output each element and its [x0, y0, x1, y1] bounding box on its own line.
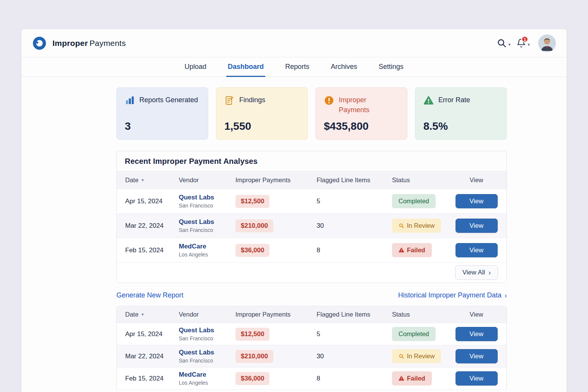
tab-settings[interactable]: Settings — [377, 57, 405, 77]
cell-status: In Review — [392, 349, 455, 363]
cell-vendor: MedCare Los Angeles — [179, 371, 235, 386]
stat-value: 1,550 — [224, 120, 299, 132]
column-header-status: Status — [392, 311, 455, 318]
recent-analyses-panel: Recent Improper Payment Analyses Date ▾ … — [116, 151, 507, 283]
app-header: ImproperPayments ▾ 1 ▾ — [21, 29, 567, 57]
cell-amount: $210,000 — [235, 350, 317, 363]
warning-triangle-icon — [399, 247, 404, 253]
status-badge: Failed — [392, 243, 432, 257]
view-button[interactable]: View — [456, 243, 498, 257]
cell-amount: $12,500 — [235, 328, 317, 341]
chevron-down-icon: ▾ — [508, 42, 511, 47]
column-header-date[interactable]: Date ▾ — [125, 176, 179, 184]
tab-upload[interactable]: Upload — [183, 57, 208, 77]
stat-title: Findings — [239, 95, 265, 105]
warning-triangle-icon — [423, 95, 434, 106]
tab-reports[interactable]: Reports — [284, 57, 311, 77]
status-badge: Failed — [392, 371, 432, 385]
generate-report-link[interactable]: Generate New Report — [116, 291, 183, 299]
table-row: Mar 22, 2024 Quest Labs San Francisco $2… — [117, 345, 506, 368]
cell-status: Failed — [392, 371, 455, 385]
magnifier-icon — [399, 223, 404, 229]
cell-status: Completed — [392, 327, 455, 341]
column-header-flagged: Flagged Line Items — [317, 311, 392, 318]
clipboard-icon — [224, 95, 235, 106]
stat-title: Improper Payments — [339, 95, 399, 115]
app-window: ImproperPayments ▾ 1 ▾ — [21, 29, 567, 392]
bar-chart-icon — [125, 95, 135, 105]
view-button[interactable]: View — [456, 371, 498, 385]
column-header-date[interactable]: Date ▾ — [125, 311, 179, 318]
dashboard-content: Reports Generated 3 Findings 1,550 — [116, 77, 507, 390]
sort-desc-icon: ▾ — [142, 178, 144, 183]
search-icon — [497, 38, 507, 48]
stat-card-findings: Findings 1,550 — [216, 87, 308, 140]
warning-triangle-icon — [399, 376, 404, 381]
column-header-view: View — [455, 176, 498, 184]
table-row: Mar 22, 2024 Quest Labs San Francisco $2… — [117, 214, 506, 238]
stat-card-reports-generated: Reports Generated 3 — [116, 87, 208, 140]
stat-title: Reports Generated — [139, 95, 198, 105]
column-header-vendor: Vendor — [179, 311, 235, 318]
column-header-flagged: Flagged Line Items — [317, 176, 392, 184]
view-button[interactable]: View — [456, 194, 498, 208]
view-button[interactable]: View — [456, 327, 498, 341]
column-header-amount: Improper Payments — [235, 176, 317, 184]
cell-flagged: 8 — [317, 375, 392, 382]
historical-data-link[interactable]: Historical Improper Payment Data › — [398, 291, 507, 299]
action-links: Generate New Report Historical Improper … — [116, 291, 507, 299]
status-badge: In Review — [392, 349, 441, 363]
stat-card-improper-payments: Improper Payments $435,800 — [315, 87, 407, 140]
cell-flagged: 5 — [317, 330, 392, 338]
stat-title: Error Rate — [438, 95, 470, 105]
table-row: Apr 15, 2024 Quest Labs San Francisco $1… — [117, 323, 506, 345]
table-footer: View All › — [117, 263, 506, 283]
table-header: Date ▾ Vendor Improper Payments Flagged … — [117, 171, 506, 189]
cell-amount: $210,000 — [235, 219, 317, 232]
user-avatar[interactable] — [538, 34, 556, 52]
cell-date: Mar 22, 2024 — [125, 222, 179, 230]
search-button[interactable]: ▾ — [495, 36, 512, 50]
view-button[interactable]: View — [456, 349, 498, 363]
column-header-amount: Improper Payments — [235, 311, 317, 318]
table-row: Feb 15, 2024 MedCare Los Angeles $36,000… — [117, 238, 506, 263]
header-actions: ▾ 1 ▾ — [495, 34, 556, 52]
chevron-down-icon: ▾ — [528, 42, 530, 47]
table-row: Apr 15, 2024 Quest Labs San Francisco $1… — [117, 189, 506, 214]
cell-flagged: 30 — [317, 353, 392, 360]
notifications-button[interactable]: 1 ▾ — [515, 37, 531, 49]
stat-value: 3 — [125, 120, 200, 132]
tab-dashboard[interactable]: Dashboard — [226, 57, 265, 77]
column-header-vendor: Vendor — [179, 176, 235, 184]
cell-vendor: Quest Labs San Francisco — [179, 194, 235, 209]
cell-status: Failed — [392, 243, 455, 257]
magnifier-icon — [399, 353, 404, 359]
panel-title: Recent Improper Payment Analyses — [125, 157, 258, 165]
historical-table-panel: Date ▾ Vendor Improper Payments Flagged … — [116, 306, 507, 390]
cell-vendor: Quest Labs San Francisco — [179, 218, 235, 233]
page-title: ImproperPayments — [52, 39, 126, 48]
cell-amount: $36,000 — [235, 372, 317, 385]
view-all-button[interactable]: View All › — [455, 265, 498, 280]
cell-date: Feb 15, 2024 — [125, 247, 179, 254]
app-logo-icon — [32, 36, 47, 51]
view-button[interactable]: View — [456, 219, 498, 233]
cell-flagged: 30 — [317, 222, 392, 230]
stat-value: $435,800 — [324, 120, 399, 132]
cell-status: In Review — [392, 219, 455, 233]
alert-circle-icon — [324, 95, 334, 106]
chevron-right-icon: › — [505, 292, 507, 299]
sort-desc-icon: ▾ — [142, 312, 144, 317]
column-header-status: Status — [392, 176, 455, 184]
cell-date: Apr 15, 2024 — [125, 330, 179, 338]
cell-vendor: Quest Labs San Francisco — [179, 327, 235, 341]
cell-amount: $36,000 — [235, 244, 317, 257]
notification-badge: 1 — [521, 36, 528, 42]
table-row: Feb 15, 2024 MedCare Los Angeles $36,000… — [117, 368, 506, 390]
cell-status: Completed — [392, 194, 455, 208]
stat-value: 8.5% — [423, 120, 498, 132]
avatar-image — [538, 34, 556, 52]
tab-archives[interactable]: Archives — [329, 57, 359, 77]
table-header: Date ▾ Vendor Improper Payments Flagged … — [117, 306, 506, 323]
cell-date: Mar 22, 2024 — [125, 353, 179, 360]
